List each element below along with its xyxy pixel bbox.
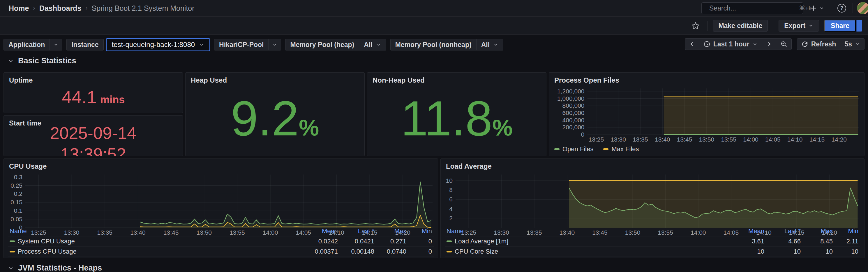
clock-icon xyxy=(704,40,710,48)
svg-text:13:35: 13:35 xyxy=(633,136,648,143)
chevron-down-icon xyxy=(752,42,757,47)
chevron-right-icon xyxy=(766,41,772,47)
series-swatch xyxy=(10,241,15,242)
favorite-button[interactable] xyxy=(689,20,702,31)
chevron-down-icon xyxy=(50,39,62,50)
svg-text:13:30: 13:30 xyxy=(611,136,626,143)
divider xyxy=(831,3,831,13)
variable-hikaricp-pool[interactable]: HikariCP-Pool xyxy=(214,39,281,51)
search-box[interactable]: ⌘+k xyxy=(702,2,803,14)
zoom-out-icon xyxy=(780,40,787,48)
nav-actions: ⌘+k ? xyxy=(702,2,862,14)
legend-col-mean[interactable]: Mean xyxy=(726,227,764,235)
legend-col-last[interactable]: Last * xyxy=(764,227,801,235)
variable-memory-heap-value[interactable]: All xyxy=(359,39,386,50)
share-menu-button[interactable] xyxy=(856,20,862,31)
chevron-down-icon xyxy=(493,42,498,47)
panel-nonheap-used: Non-Heap Used 11.8 % xyxy=(367,72,547,156)
svg-text:14:20: 14:20 xyxy=(831,136,847,143)
breadcrumb-dashboards[interactable]: Dashboards xyxy=(39,4,81,12)
export-button[interactable]: Export xyxy=(779,20,819,31)
share-button[interactable]: Share xyxy=(824,20,856,31)
refresh-interval-picker[interactable]: 5s xyxy=(840,38,864,50)
legend-col-last[interactable]: Last * xyxy=(338,227,374,235)
svg-text:13:45: 13:45 xyxy=(677,136,692,143)
legend-col-mean[interactable]: Mean xyxy=(300,227,338,235)
variable-memory-nonheap-value[interactable]: All xyxy=(476,39,503,50)
variable-application[interactable]: Application xyxy=(3,39,62,51)
svg-text:2: 2 xyxy=(449,215,453,221)
legend-row-process-cpu: Process CPU Usage 0.00371 0.00148 0.0740… xyxy=(8,247,434,257)
svg-text:0.1: 0.1 xyxy=(14,207,23,214)
svg-text:1,200,000: 1,200,000 xyxy=(557,88,584,94)
svg-text:14:05: 14:05 xyxy=(765,136,781,143)
user-avatar[interactable] xyxy=(857,2,868,14)
time-controls: Last 1 hour Refresh 5s xyxy=(685,38,865,50)
legend-item-open-files[interactable]: Open Files xyxy=(554,145,593,153)
time-range-picker[interactable]: Last 1 hour xyxy=(699,38,762,50)
time-shift-forward-button[interactable] xyxy=(762,38,776,50)
dashboard-actions-bar: Make editable Export Share xyxy=(0,17,868,35)
divider xyxy=(707,21,708,31)
svg-text:0.15: 0.15 xyxy=(10,199,23,206)
svg-text:0: 0 xyxy=(581,131,585,138)
section-jvm-statistics-heaps[interactable]: JVM Statistics - Heaps xyxy=(7,264,102,272)
legend-col-name[interactable]: Name xyxy=(10,227,300,235)
new-button[interactable] xyxy=(807,2,827,14)
divider xyxy=(773,21,773,31)
panel-start-time: Start time 2025-09-14 13:39:52 xyxy=(3,115,183,156)
process-open-files-chart[interactable]: 13:2513:3013:3513:4013:4513:5013:5514:00… xyxy=(552,85,861,144)
legend-col-max[interactable]: Max xyxy=(801,227,833,235)
svg-text:800,000: 800,000 xyxy=(562,102,585,109)
panel-title[interactable]: Heap Used xyxy=(191,76,227,84)
svg-text:8: 8 xyxy=(449,187,453,193)
chevron-down-icon xyxy=(376,42,381,47)
chart-legend: Open Files Max Files xyxy=(554,145,639,153)
svg-text:10: 10 xyxy=(446,177,453,184)
variables-toolbar: Application Instance test-queueing-back-… xyxy=(3,38,503,51)
legend-col-min[interactable]: Min xyxy=(833,227,858,235)
panel-title[interactable]: CPU Usage xyxy=(9,162,46,170)
svg-text:6: 6 xyxy=(449,196,453,202)
legend-row-cpu-core-size: CPU Core Size 10 10 10 10 xyxy=(445,247,860,257)
breadcrumb-separator: › xyxy=(85,4,87,12)
search-input[interactable] xyxy=(709,4,796,12)
star-icon xyxy=(691,22,700,30)
help-button[interactable]: ? xyxy=(835,2,848,14)
panel-title[interactable]: Load Average xyxy=(446,162,492,170)
heap-used-value: 9.2 % xyxy=(186,84,364,153)
svg-text:600,000: 600,000 xyxy=(562,109,585,116)
plus-icon xyxy=(810,4,817,12)
panel-title[interactable]: Non-Heap Used xyxy=(373,76,425,84)
variable-memory-heap-label: Memory Pool (heap) xyxy=(285,39,359,50)
svg-text:13:25: 13:25 xyxy=(589,136,604,143)
legend-col-max[interactable]: Max xyxy=(374,227,406,235)
series-swatch xyxy=(554,148,560,150)
time-shift-back-button[interactable] xyxy=(685,38,699,50)
section-basic-statistics[interactable]: Basic Statistics xyxy=(7,56,76,65)
chevron-down-icon xyxy=(808,23,813,28)
panel-title[interactable]: Process Open Files xyxy=(554,76,619,84)
series-swatch xyxy=(10,251,15,252)
svg-text:13:40: 13:40 xyxy=(655,136,670,143)
variable-memory-pool-nonheap[interactable]: Memory Pool (nonheap) All xyxy=(390,39,503,51)
panel-process-open-files: Process Open Files 13:2513:3013:3513:401… xyxy=(549,72,865,156)
refresh-button[interactable]: Refresh xyxy=(797,38,840,50)
legend-col-name[interactable]: Name xyxy=(446,227,726,235)
series-swatch xyxy=(603,148,609,150)
variable-instance-value[interactable]: test-queueing-back-1:8080 xyxy=(106,38,210,51)
legend-item-max-files[interactable]: Max Files xyxy=(603,145,639,153)
breadcrumb-current-dashboard: Spring Boot 2.1 System Monitor xyxy=(92,4,194,12)
legend-col-min[interactable]: Min xyxy=(406,227,432,235)
svg-text:14:15: 14:15 xyxy=(809,136,825,143)
legend-table: Name Mean Last * Max Min Load Average [1… xyxy=(445,227,860,257)
variable-memory-nonheap-label: Memory Pool (nonheap) xyxy=(391,39,476,50)
make-editable-button[interactable]: Make editable xyxy=(713,20,768,31)
uptime-value: 44.1 mins xyxy=(4,83,183,111)
svg-text:0.2: 0.2 xyxy=(14,190,23,197)
panel-heap-used: Heap Used 9.2 % xyxy=(185,72,365,156)
legend-row-system-cpu: System CPU Usage 0.0242 0.0421 0.271 0 xyxy=(8,236,434,247)
zoom-out-button[interactable] xyxy=(776,38,792,50)
variable-memory-pool-heap[interactable]: Memory Pool (heap) All xyxy=(285,39,386,51)
breadcrumb-home[interactable]: Home xyxy=(9,4,29,12)
